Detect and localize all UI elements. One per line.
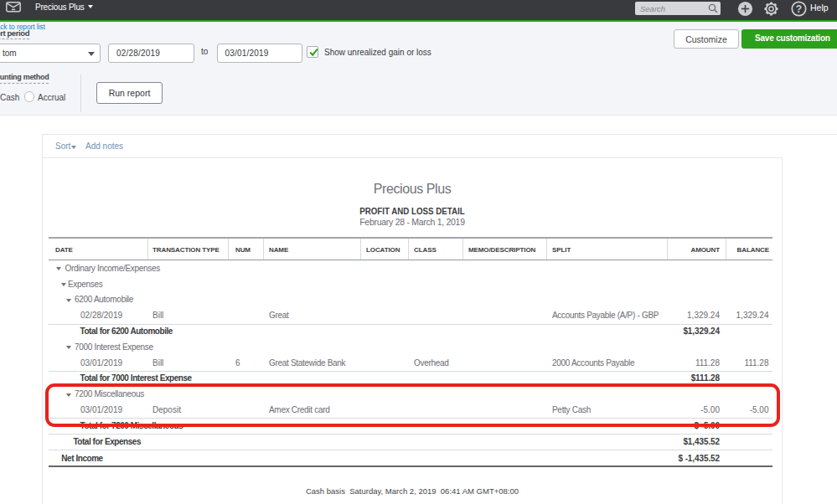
svg-text:?: ? (796, 3, 802, 14)
